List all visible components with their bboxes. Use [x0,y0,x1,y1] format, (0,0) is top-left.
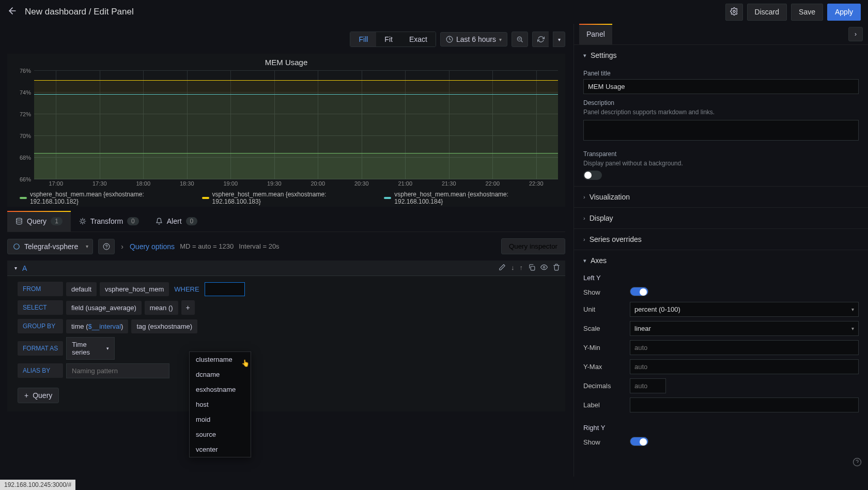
preview-toolbar: Fill Fit Exact Last 6 hours ▾ ▾ [7,29,574,50]
select-line: SELECT field (usage_average) mean () + [18,300,560,315]
dropdown-item-moid[interactable]: moid [190,412,251,427]
section-settings-head[interactable]: ▾Settings [583,51,859,59]
add-query-button[interactable]: +Query [18,388,59,403]
refresh-interval-dropdown[interactable]: ▾ [553,32,565,47]
where-tag-input[interactable] [205,282,245,296]
section-series-overrides: ›Series overrides [574,229,868,250]
settings-gear-button[interactable] [725,4,743,21]
ytick-70: 70% [20,133,34,139]
tab-transform[interactable]: Transform 0 [71,212,147,232]
seg-fit[interactable]: Fit [376,32,401,47]
left-y-show-toggle[interactable] [630,287,648,296]
panel-title: MEM Usage [14,58,558,67]
groupby-tag-pill[interactable]: tag (esxhostname) [131,319,197,333]
svg-point-3 [17,218,22,220]
left-y-scale-select[interactable]: linear▾ [630,321,859,336]
dropdown-item-clustername[interactable]: clustername [190,352,251,367]
time-range-picker[interactable]: Last 6 hours ▾ [440,32,507,47]
discard-button[interactable]: Discard [747,4,787,21]
section-visualization-head[interactable]: ›Visualization [583,193,859,201]
legend: vsphere_host_mem.mean {esxhostname: 192.… [20,191,558,205]
back-icon[interactable] [7,6,18,19]
breadcrumb: New dashboard / Edit Panel [25,7,134,17]
svg-point-4 [14,243,20,249]
section-axes-head[interactable]: ▾Axes [583,256,859,265]
legend-item-182[interactable]: vsphere_host_mem.mean {esxhostname: 192.… [20,191,194,205]
aliasby-input[interactable] [66,363,169,378]
from-measurement-pill[interactable]: vsphere_host_mem [100,282,169,296]
duplicate-query-icon[interactable] [528,264,535,272]
chart-area[interactable]: 66% 68% 70% 72% 74% 76% [34,71,558,179]
save-button[interactable]: Save [791,4,823,21]
section-axes: ▾Axes Left Y Show Unit percent (0-100)▾ … [574,250,868,454]
panel-title-input[interactable] [583,79,859,94]
from-policy-pill[interactable]: default [66,282,97,296]
left-y-ymin-input[interactable] [630,340,859,355]
select-label: SELECT [18,300,63,315]
help-icon[interactable] [853,457,862,469]
dropdown-item-source[interactable]: source [190,427,251,442]
left-y-label-input[interactable] [630,397,859,412]
description-textarea[interactable] [583,120,859,141]
top-right: Discard Save Apply [725,4,861,21]
dropdown-item-dcname[interactable]: dcname [190,367,251,382]
select-add-button[interactable]: + [181,300,195,315]
select-field-pill[interactable]: field (usage_average) [66,301,142,315]
section-series-overrides-head[interactable]: ›Series overrides [583,235,859,243]
refresh-button[interactable] [532,32,549,47]
where-label: WHERE [172,282,201,296]
formatas-select[interactable]: Time series▾ [66,337,115,360]
apply-button[interactable]: Apply [827,4,861,21]
move-down-icon[interactable]: ↓ [511,264,515,272]
move-up-icon[interactable]: ↑ [520,264,523,272]
ytick-74: 74% [20,89,34,96]
groupby-time-pill[interactable]: time ($__interval) [66,319,128,333]
series-fill-183 [34,81,558,179]
seg-exact[interactable]: Exact [401,32,436,47]
section-display-head[interactable]: ›Display [583,214,859,222]
label-label: Label [583,401,625,409]
seg-fill[interactable]: Fill [350,32,376,47]
delete-query-icon[interactable] [553,264,560,272]
toggle-visibility-icon[interactable] [540,264,548,272]
left-y-decimals-input[interactable] [630,378,666,393]
panel-tab-panel[interactable]: Panel [579,24,612,44]
datasource-select[interactable]: Telegraf-vsphere [7,239,93,254]
left-column: Fill Fit Exact Last 6 hours ▾ ▾ MEM Usag… [0,24,574,477]
panel-title-label: Panel title [583,70,859,77]
zoom-out-button[interactable] [512,32,528,47]
preview-panel: MEM Usage 66% 68% 70% 72% 74% 76% [7,54,565,207]
groupby-line: GROUP BY time ($__interval) tag (esxhost… [18,318,560,334]
select-mean-pill[interactable]: mean () [145,301,178,315]
dropdown-item-esxhostname[interactable]: esxhostname [190,382,251,397]
query-inspector-button[interactable]: Query inspector [501,238,565,254]
legend-item-184[interactable]: vsphere_host_mem.mean {esxhostname: 192.… [384,191,558,205]
query-md-info: MD = auto = 1230 [180,242,234,250]
description-label: Description [583,99,859,106]
collapse-side-panel-button[interactable]: › [848,27,863,41]
formatas-label: FORMAT AS [18,341,63,356]
query-row-header[interactable]: ▾ A ↓ ↑ [7,261,565,276]
ytick-68: 68% [20,155,34,161]
where-tag-dropdown: clustername dcname esxhostname host moid… [189,351,251,457]
left-y-ymax-input[interactable] [630,359,859,374]
dropdown-item-vcenter[interactable]: vcenter [190,442,251,457]
edit-query-icon[interactable] [499,264,506,272]
query-toolbar: Telegraf-vsphere › Query options MD = au… [7,232,565,261]
scale-label: Scale [583,325,625,332]
transparent-toggle[interactable] [583,171,602,180]
tab-alert[interactable]: Alert 0 [147,212,206,232]
tab-query[interactable]: Query 1 [7,212,71,232]
transparent-hint: Display panel without a background. [583,160,859,168]
query-options-link[interactable]: Query options [130,242,175,251]
right-y-show-toggle[interactable] [630,437,648,446]
top-bar: New dashboard / Edit Panel Discard Save … [0,0,868,24]
legend-item-183[interactable]: vsphere_host_mem.mean {esxhostname: 192.… [202,191,376,205]
svg-point-0 [733,10,735,12]
query-interval-info: Interval = 20s [239,242,279,250]
collapse-query-icon[interactable]: ▾ [14,265,17,271]
datasource-help-button[interactable] [98,239,115,254]
dropdown-item-host[interactable]: host [190,397,251,412]
svg-point-8 [543,266,545,268]
left-y-unit-select[interactable]: percent (0-100)▾ [630,302,859,317]
